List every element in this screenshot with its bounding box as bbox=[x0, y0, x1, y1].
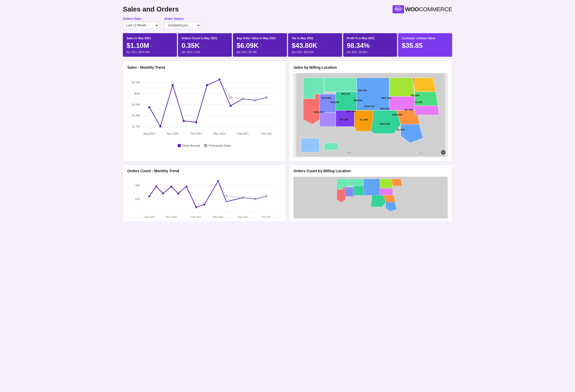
svg-point-66 bbox=[155, 186, 157, 187]
kpi-prev-3: Apr 2021: $38.94K bbox=[292, 51, 338, 54]
page-title: Sales and Orders bbox=[123, 5, 179, 13]
page-container: Sales and Orders Woo WOOCOMMERCE Orders … bbox=[118, 0, 457, 227]
orders-billing-map bbox=[294, 177, 448, 218]
legend-order-box bbox=[178, 144, 181, 147]
commerce-text: WOOCOMMERCE bbox=[405, 6, 452, 13]
svg-point-22 bbox=[195, 121, 197, 123]
svg-marker-47 bbox=[415, 92, 438, 106]
kpi-prev-4: Apr 2021: 96.86% bbox=[347, 51, 394, 54]
kpi-value-0: $1.10M ↑ bbox=[126, 42, 173, 50]
svg-point-67 bbox=[162, 193, 164, 194]
sales-chart-svg: $2.1M $2M $1.9M $1.8M $1.7M Aug 2020 Nov… bbox=[127, 73, 281, 141]
kpi-value-5: $35.85 bbox=[402, 42, 448, 50]
svg-point-25 bbox=[229, 105, 232, 107]
svg-marker-33 bbox=[319, 94, 337, 113]
kpi-row: Sales in May 2021 $1.10M ↑ Apr 2021: $87… bbox=[123, 33, 452, 57]
svg-point-72 bbox=[203, 204, 205, 205]
kpi-arrow-0: ↑ bbox=[151, 44, 153, 48]
woo-icon: Woo bbox=[395, 7, 402, 11]
svg-marker-82 bbox=[347, 179, 364, 186]
legend-forecast: Forecasted Sales bbox=[204, 144, 231, 147]
orders-billing-panel: Orders Count by Billing Location bbox=[289, 164, 452, 222]
kpi-card-0: Sales in May 2021 $1.10M ↑ Apr 2021: $87… bbox=[123, 33, 177, 57]
legend-forecast-box bbox=[204, 144, 207, 147]
svg-text:$2M: $2M bbox=[134, 92, 140, 95]
kpi-prev-2: Apr 2021: $5.99K bbox=[237, 51, 283, 54]
svg-text:Feb 2021: Feb 2021 bbox=[191, 215, 201, 218]
us-map-svg: MX CU bbox=[294, 73, 448, 157]
kpi-value-4: 98.34% ↑ bbox=[347, 42, 394, 50]
kpi-prev-1: Apr 2021: 0.31K bbox=[182, 51, 228, 54]
svg-marker-81 bbox=[345, 187, 354, 197]
kpi-title-3: Tax in May 2021 bbox=[292, 36, 338, 40]
woo-logo-box: Woo bbox=[393, 5, 404, 13]
kpi-arrow-4: ↑ bbox=[371, 44, 373, 48]
svg-marker-87 bbox=[380, 188, 393, 195]
svg-marker-84 bbox=[364, 179, 380, 195]
svg-marker-32 bbox=[303, 94, 322, 124]
kpi-arrow-2: ↑ bbox=[260, 44, 262, 48]
status-filter-group: Order Status: completed,pro... bbox=[164, 17, 201, 29]
orders-billing-svg bbox=[294, 177, 448, 218]
svg-rect-49 bbox=[301, 138, 319, 152]
svg-marker-34 bbox=[319, 113, 336, 126]
svg-point-65 bbox=[148, 195, 150, 197]
svg-point-18 bbox=[148, 106, 150, 108]
sales-trend-title: Sales - Monthly Trend bbox=[127, 65, 281, 70]
date-filter-select[interactable]: Last 12 Month... bbox=[123, 22, 159, 29]
svg-text:CU: CU bbox=[419, 151, 423, 154]
kpi-prev-0: Apr 2021: $874.34K bbox=[126, 51, 173, 54]
charts-grid: Sales - Monthly Trend $2.1M $2M $1.9M $1… bbox=[123, 61, 452, 222]
svg-marker-80 bbox=[337, 187, 346, 202]
kpi-title-4: Profit % in May 2021 bbox=[347, 36, 394, 40]
svg-marker-36 bbox=[336, 92, 357, 110]
kpi-value-1: 0.35K ↑ bbox=[182, 42, 228, 50]
sales-trend-panel: Sales - Monthly Trend $2.1M $2M $1.9M $1… bbox=[123, 61, 286, 161]
svg-text:Nov 202: Nov 202 bbox=[262, 215, 271, 218]
legend-forecast-label: Forecasted Sales bbox=[209, 144, 231, 147]
status-filter-label: Order Status: bbox=[164, 17, 201, 21]
svg-point-23 bbox=[206, 84, 208, 86]
svg-marker-85 bbox=[380, 179, 393, 188]
sales-chart-legend: Order Amount Forecasted Sales bbox=[127, 144, 281, 147]
svg-marker-41 bbox=[389, 78, 415, 96]
svg-text:Aug 2020: Aug 2020 bbox=[143, 132, 155, 135]
legend-order-amount: Order Amount bbox=[178, 144, 200, 147]
svg-text:Aug 2020: Aug 2020 bbox=[144, 215, 155, 218]
date-filter-group: Orders Date: Last 12 Month... bbox=[123, 17, 159, 29]
legend-order-label: Order Amount bbox=[182, 144, 200, 147]
svg-point-71 bbox=[195, 206, 197, 208]
svg-marker-86 bbox=[392, 179, 402, 186]
kpi-title-2: Avg Order Value in May 2021 bbox=[237, 36, 283, 40]
kpi-card-1: Orders Count in May 2021 0.35K ↑ Apr 202… bbox=[178, 33, 232, 57]
sales-line-chart: $2.1M $2M $1.9M $1.8M $1.7M Aug 2020 Nov… bbox=[127, 73, 281, 146]
svg-text:320: 320 bbox=[135, 198, 140, 201]
svg-marker-39 bbox=[357, 78, 389, 110]
kpi-arrow-3: ↑ bbox=[319, 44, 321, 48]
svg-point-69 bbox=[177, 193, 179, 194]
svg-text:Feb 2021: Feb 2021 bbox=[190, 132, 202, 135]
kpi-arrow-1: ↑ bbox=[201, 44, 203, 48]
svg-marker-88 bbox=[371, 195, 386, 207]
orders-billing-title: Orders Count by Billing Location bbox=[294, 169, 448, 173]
svg-marker-35 bbox=[324, 78, 356, 92]
svg-text:May 2021: May 2021 bbox=[214, 132, 226, 135]
svg-point-91 bbox=[377, 179, 378, 180]
date-filter-label: Orders Date: bbox=[123, 17, 159, 21]
woocommerce-logo: Woo WOOCOMMERCE bbox=[393, 5, 452, 13]
status-filter-select[interactable]: completed,pro... bbox=[164, 22, 201, 29]
svg-marker-83 bbox=[353, 186, 364, 195]
svg-text:May 2021: May 2021 bbox=[213, 215, 224, 218]
orders-trend-title: Orders Count - Monthly Trend bbox=[127, 169, 281, 173]
svg-text:Aug 2021: Aug 2021 bbox=[238, 215, 248, 218]
page-header: Sales and Orders Woo WOOCOMMERCE bbox=[123, 5, 452, 13]
kpi-title-5: Customer Lifetime Value bbox=[402, 36, 448, 40]
billing-map-panel: Sales by Billing Location bbox=[289, 61, 452, 161]
svg-text:MX: MX bbox=[347, 151, 351, 154]
kpi-value-2: $6.09K ↑ bbox=[237, 42, 283, 50]
svg-point-70 bbox=[186, 186, 187, 187]
orders-trend-panel: Orders Count - Monthly Trend 340 320 Aug… bbox=[123, 164, 286, 222]
svg-text:Nov 202: Nov 202 bbox=[261, 132, 271, 135]
svg-point-19 bbox=[159, 125, 161, 128]
svg-point-68 bbox=[170, 186, 172, 187]
